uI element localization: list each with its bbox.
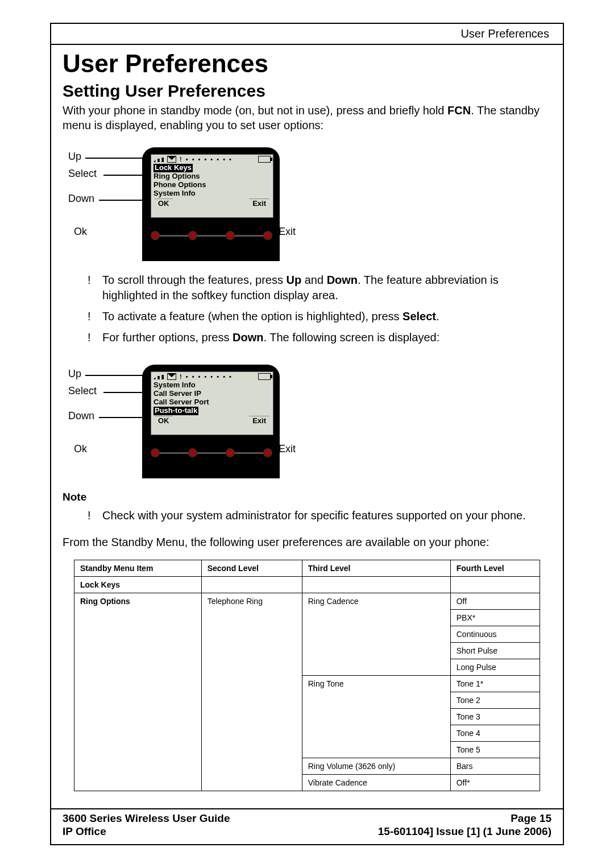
menu-item: Call Server Port (154, 398, 271, 407)
table-cell (201, 626, 302, 643)
status-bar: ! • • • • • • • • (151, 155, 273, 164)
table-cell (201, 659, 302, 676)
content-frame: User Preferences User Preferences Settin… (50, 23, 564, 845)
status-bar: ! • • • • • • • • (151, 372, 273, 381)
menu-item: Ring Options (154, 172, 271, 181)
figure-standby-menu-1: ! • • • • • • • • Lock Keys Ring Options… (63, 142, 301, 267)
callout-up: Up (68, 368, 81, 380)
signal-icon (154, 156, 164, 162)
table-cell (201, 610, 302, 626)
footer-product: IP Office (63, 825, 106, 838)
battery-icon (258, 156, 271, 163)
callout-up: Up (68, 151, 81, 163)
note-list: Check with your system administrator for… (63, 508, 551, 529)
table-cell (74, 692, 202, 709)
col-header: Second Level (201, 560, 302, 577)
table-row: Continuous (74, 626, 540, 643)
col-header: Standby Menu Item (74, 560, 202, 577)
table-row: Lock Keys (74, 577, 540, 593)
table-cell (201, 742, 302, 758)
page: User Preferences User Preferences Settin… (0, 0, 614, 868)
table-cell (74, 626, 202, 643)
table-cell: Ring Tone (302, 676, 450, 692)
battery-icon (258, 373, 271, 380)
table-cell (302, 577, 450, 593)
table-cell (201, 676, 302, 692)
key-bar (151, 444, 272, 461)
footer-guide-title: 3600 Series Wireless User Guide (63, 812, 230, 825)
status-dots: ! • • • • • • • • (180, 373, 255, 380)
page-title: User Preferences (63, 49, 551, 78)
softkey-row: OK Exit (151, 198, 273, 208)
table-cell (201, 643, 302, 659)
callout-exit: Exit (279, 443, 296, 455)
list-item: To activate a feature (when the option i… (63, 309, 551, 324)
key-dot (263, 231, 272, 240)
table-cell (302, 643, 450, 659)
instruction-list-1: To scroll through the features, press Up… (63, 272, 551, 351)
signal-icon (154, 374, 164, 379)
table-cell: Tone 3 (450, 709, 540, 725)
menu-list: Lock Keys Ring Options Phone Options Sys… (151, 164, 273, 198)
table-row: Short Pulse (74, 643, 540, 659)
mail-icon (167, 156, 176, 163)
table-header-row: Standby Menu Item Second Level Third Lev… (74, 560, 540, 577)
table-cell (201, 692, 302, 709)
note-heading: Note (63, 491, 551, 503)
table-row: Vibrate CadenceOff* (74, 775, 540, 791)
key-bar (151, 227, 272, 244)
table-cell (302, 610, 450, 626)
figure-standby-menu-2: ! • • • • • • • • System Info Call Serve… (63, 359, 301, 484)
table-row: Ring OptionsTelephone RingRing CadenceOf… (74, 593, 540, 610)
section-heading: Setting User Preferences (63, 81, 551, 101)
table-cell: Continuous (450, 626, 540, 643)
key-dot (226, 231, 235, 240)
table-row: Tone 4 (74, 725, 540, 742)
table-cell (302, 626, 450, 643)
softkey-right: Exit (249, 199, 269, 208)
list-item: To scroll through the features, press Up… (63, 272, 551, 303)
page-footer: 3600 Series Wireless User Guide Page 15 … (63, 805, 551, 839)
key-dot (151, 448, 160, 457)
table-cell (201, 577, 302, 593)
key-dot (226, 448, 235, 457)
table-cell (302, 709, 450, 725)
table-cell: Short Pulse (450, 643, 540, 659)
table-row: Tone 5 (74, 742, 540, 758)
table-row: Tone 3 (74, 709, 540, 725)
callout-select: Select (68, 385, 97, 397)
callout-ok: Ok (74, 443, 87, 455)
callout-down: Down (68, 410, 94, 422)
key-dot (151, 231, 160, 240)
table-row: Ring Volume (3626 only)Bars (74, 758, 540, 775)
table-cell (74, 725, 202, 742)
table-cell (302, 742, 450, 758)
list-item: Check with your system administrator for… (63, 508, 551, 523)
preferences-table: Standby Menu Item Second Level Third Lev… (74, 560, 540, 791)
softkey-row: OK Exit (151, 415, 273, 425)
running-header: User Preferences (63, 24, 551, 43)
key-dot (263, 448, 272, 457)
softkey-right: Exit (249, 416, 269, 425)
menu-item: Call Server IP (154, 390, 271, 398)
phone-screen: ! • • • • • • • • Lock Keys Ring Options… (151, 154, 273, 218)
table-cell: Long Pulse (450, 659, 540, 676)
list-item: For further options, press Down. The fol… (63, 330, 551, 345)
phone-screen: ! • • • • • • • • System Info Call Serve… (151, 371, 273, 435)
table-row: Long Pulse (74, 659, 540, 676)
menu-item: Lock Keys (154, 164, 193, 172)
table-cell (74, 643, 202, 659)
table-cell (302, 692, 450, 709)
table-cell (201, 725, 302, 742)
table-cell: Off (450, 593, 540, 610)
table-cell: Tone 5 (450, 742, 540, 758)
table-cell: Vibrate Cadence (302, 775, 450, 791)
table-cell (74, 758, 202, 775)
table-cell (74, 676, 202, 692)
table-cell: Tone 2 (450, 692, 540, 709)
status-dots: ! • • • • • • • • (180, 156, 255, 163)
table-row: PBX* (74, 610, 540, 626)
table-cell (201, 758, 302, 775)
menu-item: Push-to-talk (154, 407, 198, 415)
menu-item: System Info (154, 189, 271, 198)
